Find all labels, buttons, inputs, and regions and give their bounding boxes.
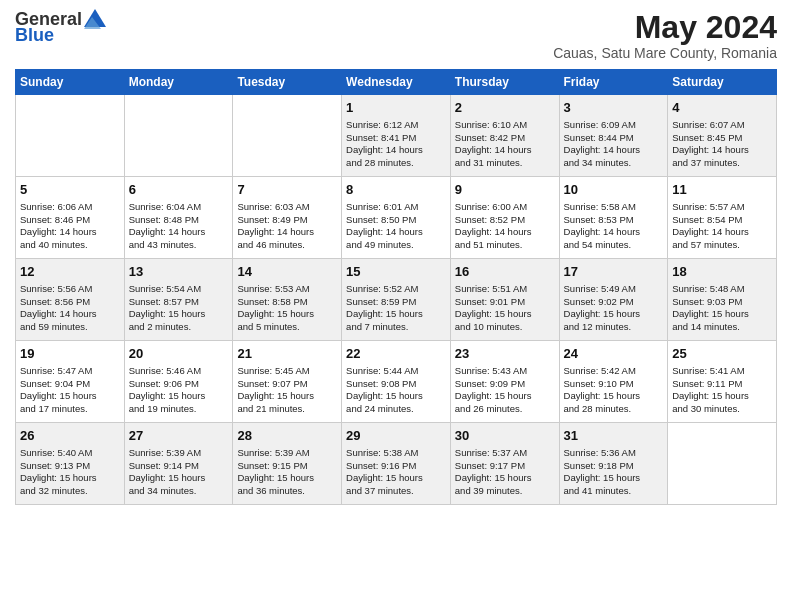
day-info: Sunrise: 5:54 AM Sunset: 8:57 PM Dayligh…: [129, 283, 229, 334]
calendar-cell: 9Sunrise: 6:00 AM Sunset: 8:52 PM Daylig…: [450, 177, 559, 259]
day-number: 12: [20, 263, 120, 281]
calendar-cell: 7Sunrise: 6:03 AM Sunset: 8:49 PM Daylig…: [233, 177, 342, 259]
calendar-cell: 20Sunrise: 5:46 AM Sunset: 9:06 PM Dayli…: [124, 341, 233, 423]
day-info: Sunrise: 5:45 AM Sunset: 9:07 PM Dayligh…: [237, 365, 337, 416]
day-info: Sunrise: 5:44 AM Sunset: 9:08 PM Dayligh…: [346, 365, 446, 416]
logo: General Blue: [15, 10, 106, 46]
day-info: Sunrise: 5:39 AM Sunset: 9:14 PM Dayligh…: [129, 447, 229, 498]
day-info: Sunrise: 6:04 AM Sunset: 8:48 PM Dayligh…: [129, 201, 229, 252]
day-info: Sunrise: 5:58 AM Sunset: 8:53 PM Dayligh…: [564, 201, 664, 252]
day-info: Sunrise: 5:36 AM Sunset: 9:18 PM Dayligh…: [564, 447, 664, 498]
day-number: 7: [237, 181, 337, 199]
day-info: Sunrise: 5:39 AM Sunset: 9:15 PM Dayligh…: [237, 447, 337, 498]
day-number: 24: [564, 345, 664, 363]
day-number: 22: [346, 345, 446, 363]
day-number: 21: [237, 345, 337, 363]
day-info: Sunrise: 5:40 AM Sunset: 9:13 PM Dayligh…: [20, 447, 120, 498]
calendar-cell: 18Sunrise: 5:48 AM Sunset: 9:03 PM Dayli…: [668, 259, 777, 341]
day-number: 3: [564, 99, 664, 117]
calendar-cell: 28Sunrise: 5:39 AM Sunset: 9:15 PM Dayli…: [233, 423, 342, 505]
calendar-cell: 19Sunrise: 5:47 AM Sunset: 9:04 PM Dayli…: [16, 341, 125, 423]
calendar-week-row: 12Sunrise: 5:56 AM Sunset: 8:56 PM Dayli…: [16, 259, 777, 341]
day-number: 4: [672, 99, 772, 117]
day-number: 1: [346, 99, 446, 117]
day-number: 5: [20, 181, 120, 199]
calendar-cell: 16Sunrise: 5:51 AM Sunset: 9:01 PM Dayli…: [450, 259, 559, 341]
day-info: Sunrise: 5:46 AM Sunset: 9:06 PM Dayligh…: [129, 365, 229, 416]
title-block: May 2024 Cauas, Satu Mare County, Romani…: [553, 10, 777, 61]
calendar-header-wednesday: Wednesday: [342, 70, 451, 95]
calendar-week-row: 26Sunrise: 5:40 AM Sunset: 9:13 PM Dayli…: [16, 423, 777, 505]
calendar-cell: 12Sunrise: 5:56 AM Sunset: 8:56 PM Dayli…: [16, 259, 125, 341]
day-number: 8: [346, 181, 446, 199]
day-info: Sunrise: 5:41 AM Sunset: 9:11 PM Dayligh…: [672, 365, 772, 416]
calendar-cell: 6Sunrise: 6:04 AM Sunset: 8:48 PM Daylig…: [124, 177, 233, 259]
day-info: Sunrise: 5:37 AM Sunset: 9:17 PM Dayligh…: [455, 447, 555, 498]
day-info: Sunrise: 6:07 AM Sunset: 8:45 PM Dayligh…: [672, 119, 772, 170]
calendar-week-row: 5Sunrise: 6:06 AM Sunset: 8:46 PM Daylig…: [16, 177, 777, 259]
calendar-week-row: 19Sunrise: 5:47 AM Sunset: 9:04 PM Dayli…: [16, 341, 777, 423]
day-number: 10: [564, 181, 664, 199]
page: General Blue May 2024 Cauas, Satu Mare C…: [0, 0, 792, 515]
calendar-cell: 15Sunrise: 5:52 AM Sunset: 8:59 PM Dayli…: [342, 259, 451, 341]
day-info: Sunrise: 5:57 AM Sunset: 8:54 PM Dayligh…: [672, 201, 772, 252]
day-number: 11: [672, 181, 772, 199]
day-number: 16: [455, 263, 555, 281]
header: General Blue May 2024 Cauas, Satu Mare C…: [15, 10, 777, 61]
day-info: Sunrise: 5:53 AM Sunset: 8:58 PM Dayligh…: [237, 283, 337, 334]
day-info: Sunrise: 6:00 AM Sunset: 8:52 PM Dayligh…: [455, 201, 555, 252]
day-number: 20: [129, 345, 229, 363]
calendar-header-friday: Friday: [559, 70, 668, 95]
calendar-cell: 14Sunrise: 5:53 AM Sunset: 8:58 PM Dayli…: [233, 259, 342, 341]
calendar-header-row: SundayMondayTuesdayWednesdayThursdayFrid…: [16, 70, 777, 95]
calendar-cell: 10Sunrise: 5:58 AM Sunset: 8:53 PM Dayli…: [559, 177, 668, 259]
day-number: 17: [564, 263, 664, 281]
calendar-header-monday: Monday: [124, 70, 233, 95]
day-number: 25: [672, 345, 772, 363]
calendar-cell: 27Sunrise: 5:39 AM Sunset: 9:14 PM Dayli…: [124, 423, 233, 505]
day-info: Sunrise: 5:56 AM Sunset: 8:56 PM Dayligh…: [20, 283, 120, 334]
day-number: 30: [455, 427, 555, 445]
calendar-cell: 30Sunrise: 5:37 AM Sunset: 9:17 PM Dayli…: [450, 423, 559, 505]
calendar-cell: 8Sunrise: 6:01 AM Sunset: 8:50 PM Daylig…: [342, 177, 451, 259]
day-info: Sunrise: 6:06 AM Sunset: 8:46 PM Dayligh…: [20, 201, 120, 252]
subtitle: Cauas, Satu Mare County, Romania: [553, 45, 777, 61]
main-title: May 2024: [553, 10, 777, 45]
day-info: Sunrise: 5:42 AM Sunset: 9:10 PM Dayligh…: [564, 365, 664, 416]
calendar-cell: 29Sunrise: 5:38 AM Sunset: 9:16 PM Dayli…: [342, 423, 451, 505]
calendar-cell: 22Sunrise: 5:44 AM Sunset: 9:08 PM Dayli…: [342, 341, 451, 423]
day-number: 28: [237, 427, 337, 445]
day-number: 14: [237, 263, 337, 281]
calendar-cell: 25Sunrise: 5:41 AM Sunset: 9:11 PM Dayli…: [668, 341, 777, 423]
day-number: 15: [346, 263, 446, 281]
calendar-cell: 31Sunrise: 5:36 AM Sunset: 9:18 PM Dayli…: [559, 423, 668, 505]
logo-blue: Blue: [15, 26, 54, 46]
calendar-cell: 4Sunrise: 6:07 AM Sunset: 8:45 PM Daylig…: [668, 95, 777, 177]
calendar-cell: 3Sunrise: 6:09 AM Sunset: 8:44 PM Daylig…: [559, 95, 668, 177]
day-info: Sunrise: 5:43 AM Sunset: 9:09 PM Dayligh…: [455, 365, 555, 416]
day-number: 18: [672, 263, 772, 281]
day-info: Sunrise: 5:48 AM Sunset: 9:03 PM Dayligh…: [672, 283, 772, 334]
day-number: 13: [129, 263, 229, 281]
calendar-header-sunday: Sunday: [16, 70, 125, 95]
day-number: 2: [455, 99, 555, 117]
day-number: 29: [346, 427, 446, 445]
calendar-header-saturday: Saturday: [668, 70, 777, 95]
calendar-cell: [124, 95, 233, 177]
calendar-cell: 17Sunrise: 5:49 AM Sunset: 9:02 PM Dayli…: [559, 259, 668, 341]
day-number: 31: [564, 427, 664, 445]
day-info: Sunrise: 6:10 AM Sunset: 8:42 PM Dayligh…: [455, 119, 555, 170]
day-number: 26: [20, 427, 120, 445]
calendar-cell: [668, 423, 777, 505]
day-info: Sunrise: 6:09 AM Sunset: 8:44 PM Dayligh…: [564, 119, 664, 170]
calendar-cell: [16, 95, 125, 177]
logo-icon: [84, 7, 106, 29]
day-number: 6: [129, 181, 229, 199]
calendar-cell: 13Sunrise: 5:54 AM Sunset: 8:57 PM Dayli…: [124, 259, 233, 341]
day-number: 27: [129, 427, 229, 445]
calendar-cell: 11Sunrise: 5:57 AM Sunset: 8:54 PM Dayli…: [668, 177, 777, 259]
calendar-week-row: 1Sunrise: 6:12 AM Sunset: 8:41 PM Daylig…: [16, 95, 777, 177]
day-info: Sunrise: 5:47 AM Sunset: 9:04 PM Dayligh…: [20, 365, 120, 416]
day-info: Sunrise: 6:01 AM Sunset: 8:50 PM Dayligh…: [346, 201, 446, 252]
day-info: Sunrise: 5:38 AM Sunset: 9:16 PM Dayligh…: [346, 447, 446, 498]
